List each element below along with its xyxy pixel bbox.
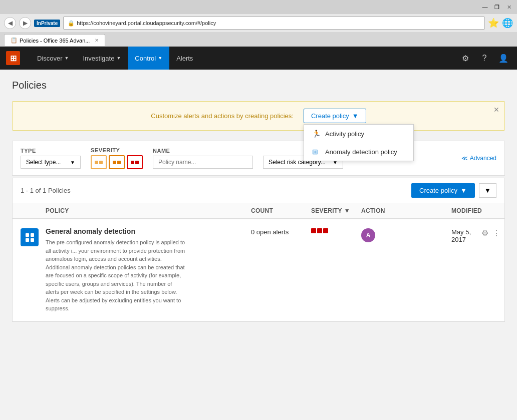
th-count-label: Count	[251, 207, 311, 214]
banner-text: Customize alerts and actions by creating…	[151, 112, 294, 120]
url-text: https://cohovineyard.portal.cloudappsecu…	[77, 20, 480, 26]
name-filter-group: NAME	[153, 148, 253, 169]
severity-filter-label: SEVERITY	[91, 147, 143, 153]
browser-titlebar: — ❐ ✕	[0, 0, 517, 14]
severity-low-btn[interactable]	[91, 155, 107, 169]
severity-med-dots	[113, 161, 121, 164]
table-filter-btn[interactable]: ▼	[479, 183, 496, 198]
sev-dot-6	[135, 161, 139, 164]
anomaly-detection-option[interactable]: ⊞ Anomaly detection policy	[304, 143, 413, 161]
row-more-icon[interactable]: ⋮	[492, 228, 500, 238]
severity-sq-1	[311, 228, 316, 233]
severity-sort-icon: ▼	[344, 207, 350, 214]
sev-dot-3	[113, 161, 116, 164]
app-nav: Discover ▼ Investigate ▼ Control ▼ Alert…	[30, 47, 448, 70]
policy-icon-dots	[26, 233, 34, 242]
forward-button[interactable]: ▶	[19, 17, 31, 29]
name-filter-label: NAME	[153, 148, 253, 154]
action-badge: A	[361, 228, 375, 242]
type-select-arrow: ▼	[70, 160, 75, 165]
type-filter-select[interactable]: Select type... ▼	[21, 156, 81, 169]
type-filter-group: TYPE Select type... ▼	[21, 148, 81, 169]
th-severity[interactable]: Severity ▼	[311, 207, 361, 214]
nav-investigate[interactable]: Investigate ▼	[76, 47, 128, 70]
user-icon[interactable]: 👤	[496, 51, 511, 66]
row-count-cell: 0 open alerts	[251, 227, 311, 236]
table-header: Policy Count Severity ▼ Action Modified	[13, 203, 504, 219]
nav-discover[interactable]: Discover ▼	[30, 47, 76, 70]
sev-dot-2	[99, 161, 103, 164]
row-action-cell: A	[361, 227, 451, 242]
app-logo: ⊞	[6, 51, 20, 65]
p-dot-1	[26, 233, 29, 237]
policy-name[interactable]: General anomaly detection	[46, 227, 186, 235]
advanced-label: Advanced	[470, 155, 496, 162]
p-dot-4	[31, 238, 34, 242]
severity-high-btn[interactable]	[127, 155, 143, 169]
window-minimize-btn[interactable]: —	[481, 3, 489, 11]
table-toolbar: 1 - 1 of 1 Policies Create policy ▼ ▼	[13, 178, 504, 203]
browser-chrome: — ❐ ✕ ◀ ▶ InPrivate 🔒 https://cohovineya…	[0, 0, 517, 47]
sev-dot-5	[131, 161, 134, 164]
p-dot-2	[31, 233, 34, 237]
severity-high-dots	[131, 161, 139, 164]
policy-banner: Customize alerts and actions by creating…	[12, 101, 505, 131]
th-policy: Policy	[46, 207, 191, 214]
nav-alerts[interactable]: Alerts	[169, 47, 200, 70]
row-spacer	[191, 227, 251, 228]
window-close-btn[interactable]: ✕	[505, 3, 513, 11]
severity-indicator	[311, 228, 328, 233]
create-policy-banner-label: Create policy	[311, 112, 349, 120]
filters-bar: TYPE Select type... ▼ SEVERITY	[12, 141, 505, 176]
row-modified-cell: May 5, 2017	[451, 227, 481, 243]
advanced-arrow-icon: ≪	[461, 155, 468, 162]
severity-medium-btn[interactable]	[109, 155, 125, 169]
anomaly-detection-icon: ⊞	[312, 148, 320, 156]
inprivate-badge: InPrivate	[34, 20, 60, 27]
banner-close-btn[interactable]: ✕	[493, 106, 499, 114]
advanced-filter-btn[interactable]: ≪ Advanced	[461, 155, 496, 162]
address-bar[interactable]: 🔒 https://cohovineyard.portal.cloudappse…	[63, 17, 485, 30]
discover-label: Discover	[37, 55, 63, 62]
row-settings-icon[interactable]: ⚙	[481, 228, 488, 238]
row-actions-cell: ⚙ ⋮	[481, 227, 496, 238]
create-policy-banner-btn[interactable]: Create policy ▼	[304, 109, 366, 123]
name-filter-input[interactable]	[153, 156, 253, 169]
settings-icon[interactable]: ⚙	[458, 51, 473, 66]
discover-arrow: ▼	[65, 56, 69, 61]
create-btn-arrow: ▼	[460, 187, 467, 194]
active-tab[interactable]: 📋 Policies - Office 365 Advan... ✕	[4, 34, 105, 46]
policy-info-cell: General anomaly detection The pre-config…	[46, 227, 191, 313]
tab-title: Policies - Office 365 Advan...	[20, 38, 90, 44]
type-filter-label: TYPE	[21, 148, 81, 154]
main-content: Policies Customize alerts and actions by…	[0, 70, 517, 370]
type-select-text: Select type...	[26, 159, 61, 166]
alerts-label: Alerts	[176, 55, 193, 62]
open-alerts-count: 0 open alerts	[251, 228, 289, 236]
anomaly-detection-label: Anomaly detection policy	[325, 148, 397, 156]
severity-sq-2	[317, 228, 322, 233]
modified-date: May 5, 2017	[451, 228, 481, 243]
activity-policy-option[interactable]: 🏃 Activity policy	[304, 125, 413, 143]
back-button[interactable]: ◀	[4, 17, 16, 29]
window-restore-btn[interactable]: ❐	[493, 3, 501, 11]
activity-policy-icon: 🏃	[312, 130, 320, 138]
help-icon[interactable]: ?	[477, 51, 492, 66]
tab-favicon: 📋	[11, 37, 18, 44]
policies-table: 1 - 1 of 1 Policies Create policy ▼ ▼ Po…	[12, 178, 505, 322]
tab-close-btn[interactable]: ✕	[95, 38, 99, 43]
control-arrow: ▼	[158, 56, 162, 61]
policy-description: The pre-configured anomaly detection pol…	[46, 238, 186, 313]
table-create-policy-btn[interactable]: Create policy ▼	[411, 183, 475, 198]
app-header: ⊞ Discover ▼ Investigate ▼ Control ▼ Ale…	[0, 47, 517, 70]
nav-control[interactable]: Control ▼	[128, 47, 169, 70]
row-severity-cell	[311, 227, 361, 233]
page-title: Policies	[12, 80, 505, 91]
browser-logo: 🌐	[502, 18, 513, 29]
header-icons: ⚙ ? 👤	[458, 51, 511, 66]
table-row: General anomaly detection The pre-config…	[13, 219, 504, 321]
table-count: 1 - 1 of 1 Policies	[21, 187, 71, 194]
severity-sq-3	[323, 228, 328, 233]
activity-policy-label: Activity policy	[325, 130, 364, 138]
sev-dot-1	[95, 161, 98, 164]
